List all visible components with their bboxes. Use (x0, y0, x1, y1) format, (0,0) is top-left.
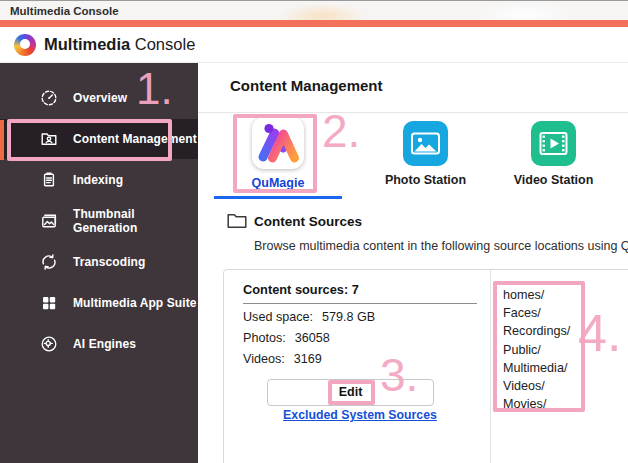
transcode-arrows-icon (40, 253, 58, 271)
divider (198, 112, 628, 113)
tab-label: Photo Station (358, 173, 493, 187)
tab-video-station[interactable]: Video Station (486, 121, 621, 187)
sidebar-nav: Overview Content Management Indexing (0, 63, 198, 463)
folder-icon (227, 213, 247, 229)
sidebar-item-overview[interactable]: Overview (0, 78, 198, 118)
stat-videos: Videos:3169 (243, 352, 322, 366)
tab-qumagie[interactable]: QuMagie (214, 117, 342, 190)
window-accent-bar (0, 20, 628, 27)
source-folder-list: homes/ Faces/ Recordings/ Public/ Multim… (503, 286, 570, 413)
sidebar-item-thumbnail-generation[interactable]: Thumbnail Generation (0, 201, 198, 241)
folder-item: homes/ (503, 286, 570, 304)
folder-user-icon (40, 130, 58, 148)
sidebar-item-multimedia-app-suite[interactable]: Multimedia App Suite (0, 283, 198, 323)
tab-label: Video Station (486, 173, 621, 187)
sidebar-item-ai-engines[interactable]: AI Engines (0, 324, 198, 364)
folder-item: Videos/ (503, 377, 570, 395)
folder-item: Recordings/ (503, 322, 570, 340)
app-title: Multimedia Console (44, 35, 195, 54)
photos-icon (40, 212, 58, 230)
content-sources-count: Content sources: 7 (243, 282, 359, 297)
sidebar-item-transcoding[interactable]: Transcoding (0, 242, 198, 282)
folder-item: Movies/ (503, 395, 570, 413)
main-content: Content Management QuMagie (198, 63, 628, 463)
multimedia-console-logo-icon (14, 34, 36, 56)
qumagie-icon (252, 117, 304, 169)
tab-label: QuMagie (214, 176, 342, 190)
folder-item: Faces/ (503, 304, 570, 322)
window-title: Multimedia Console (10, 1, 119, 21)
folder-item: Public/ (503, 341, 570, 359)
active-tab-underline (214, 196, 342, 199)
grid-icon (40, 294, 58, 312)
clipboard-icon (40, 171, 58, 189)
tab-photo-station[interactable]: Photo Station (358, 121, 493, 187)
divider (243, 303, 477, 304)
panel-divider (490, 270, 491, 463)
gauge-icon (40, 89, 58, 107)
content-sources-section-header: Content Sources (227, 213, 362, 229)
sidebar-item-content-management[interactable]: Content Management (0, 119, 198, 159)
section-title: Content Sources (254, 214, 362, 229)
excluded-system-sources-link[interactable]: Excluded System Sources (243, 408, 477, 422)
desktop-taskbar: Multimedia Console (0, 0, 628, 20)
stat-photos: Photos:36058 (243, 331, 330, 345)
page-title: Content Management (230, 77, 383, 94)
stat-used-space: Used space:579.8 GB (243, 310, 375, 324)
selected-item-accent (0, 120, 4, 160)
folder-item: Multimedia/ (503, 359, 570, 377)
app-header: Multimedia Console (0, 27, 628, 63)
section-description: Browse multimedia content in the followi… (254, 239, 628, 253)
sidebar-item-indexing[interactable]: Indexing (0, 160, 198, 200)
photo-station-icon (403, 121, 448, 166)
edit-button[interactable]: Edit (267, 379, 434, 406)
ai-chip-icon (40, 335, 58, 353)
video-station-icon (531, 121, 576, 166)
